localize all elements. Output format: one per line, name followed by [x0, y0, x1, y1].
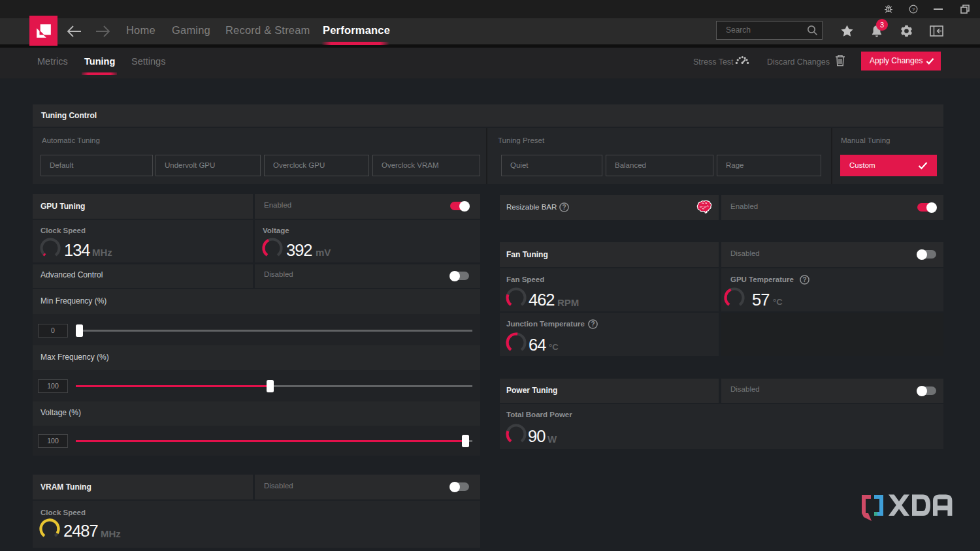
svg-text:?: ? [802, 276, 806, 283]
svg-text:?: ? [912, 7, 915, 12]
svg-text:?: ? [562, 204, 566, 211]
svg-text:?: ? [591, 321, 595, 328]
